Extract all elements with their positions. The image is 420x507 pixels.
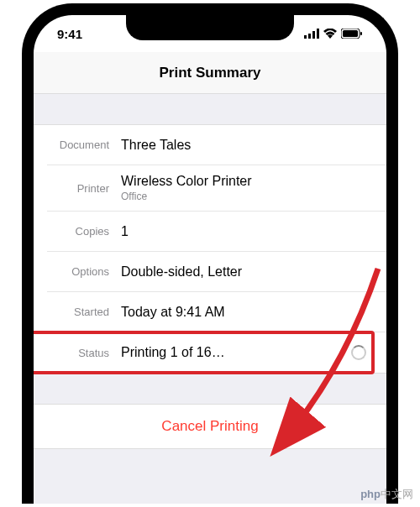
svg-rect-5 (343, 30, 358, 37)
value-copies: 1 (121, 224, 373, 239)
label-status: Status (47, 347, 121, 359)
row-options: Options Double-sided, Letter (47, 252, 386, 292)
spacer-2 (34, 374, 386, 404)
spacer (34, 94, 386, 124)
content: Document Three Tales Printer Wireless Co… (34, 94, 386, 504)
label-options: Options (47, 265, 121, 278)
notch (126, 15, 294, 40)
value-status: Printing 1 of 16… (121, 345, 351, 360)
status-time: 9:41 (57, 27, 82, 41)
watermark-text: 中文网 (381, 488, 413, 500)
svg-rect-6 (360, 32, 362, 35)
watermark: php中文网 (360, 487, 413, 502)
label-copies: Copies (47, 225, 121, 238)
row-printer: Printer Wireless Color Printer Office (47, 165, 386, 212)
value-printer-wrap: Wireless Color Printer Office (121, 174, 252, 202)
row-copies: Copies 1 (47, 212, 386, 252)
row-document: Document Three Tales (47, 125, 386, 165)
value-printer-sub: Office (121, 191, 252, 202)
value-started: Today at 9:41 AM (121, 305, 373, 320)
wifi-icon (323, 29, 337, 39)
summary-list: Document Three Tales Printer Wireless Co… (34, 124, 386, 374)
page-title: Print Summary (160, 65, 261, 81)
value-printer: Wireless Color Printer (121, 174, 252, 189)
battery-icon (341, 29, 363, 39)
loading-spinner-icon (351, 345, 366, 360)
value-options: Double-sided, Letter (121, 264, 373, 280)
svg-rect-2 (312, 31, 315, 39)
row-status: Status Printing 1 of 16… (34, 332, 386, 373)
row-started: Started Today at 9:41 AM (47, 292, 386, 332)
svg-rect-0 (304, 35, 307, 39)
svg-rect-1 (308, 34, 311, 39)
value-document: Three Tales (121, 138, 373, 153)
label-started: Started (47, 306, 121, 318)
phone-frame: 9:41 Print Summary Document Three Tales … (22, 3, 398, 504)
watermark-logo-icon: php (360, 488, 381, 500)
cellular-signal-icon (304, 29, 319, 39)
status-indicators (304, 29, 363, 39)
svg-rect-3 (317, 29, 319, 39)
header: Print Summary (34, 52, 386, 94)
label-printer: Printer (47, 182, 121, 195)
cancel-printing-button[interactable]: Cancel Printing (34, 404, 386, 449)
label-document: Document (47, 139, 121, 151)
